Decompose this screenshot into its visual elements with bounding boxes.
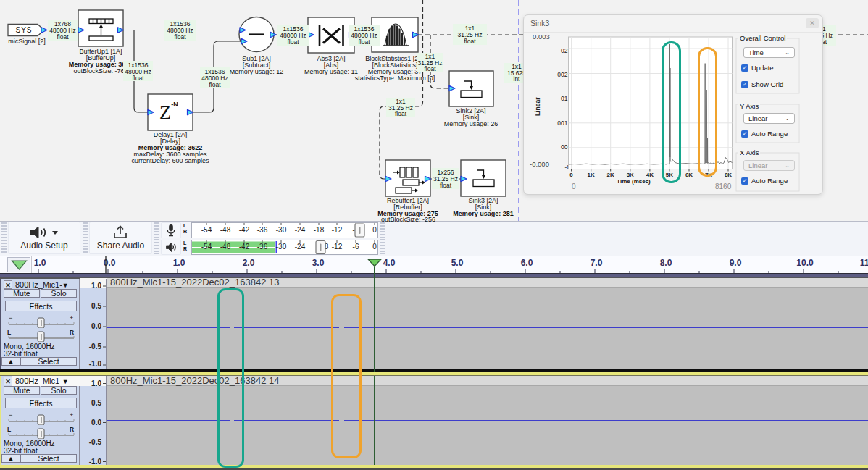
svg-text:-48: -48	[220, 243, 231, 251]
svg-text:00: 00	[561, 143, 568, 151]
svg-text:L: L	[7, 426, 11, 433]
svg-text:4.0: 4.0	[383, 258, 396, 268]
svg-text:−: −	[9, 315, 12, 322]
svg-text:5.0: 5.0	[451, 258, 464, 268]
svg-text:+: +	[70, 315, 73, 322]
svg-text:-54: -54	[201, 226, 212, 234]
svg-text:2K: 2K	[607, 172, 614, 178]
svg-text:-36: -36	[257, 243, 268, 251]
svg-text:Z: Z	[159, 102, 171, 123]
svg-text:7.0: 7.0	[591, 258, 603, 268]
svg-text:-0.5: -0.5	[89, 343, 102, 351]
svg-text:currentDelay: 600 samples: currentDelay: 600 samples	[131, 157, 209, 164]
svg-text:1K: 1K	[588, 172, 595, 178]
svg-text:R: R	[70, 426, 74, 433]
svg-text:-36: -36	[257, 226, 268, 234]
svg-text:-0.000: -0.000	[530, 160, 549, 168]
svg-text:-42: -42	[239, 226, 250, 234]
svg-text:10.0: 10.0	[796, 258, 814, 268]
svg-text:statisticsType: Maximum [0]: statisticsType: Maximum [0]	[355, 75, 435, 82]
svg-text:float: float	[424, 65, 436, 72]
svg-text:-24: -24	[295, 226, 306, 234]
svg-text:-6: -6	[353, 243, 359, 251]
svg-text:002: 002	[557, 71, 567, 78]
svg-text:-0.5: -0.5	[89, 438, 102, 446]
svg-text:-12: -12	[332, 243, 343, 251]
svg-text:0: 0	[372, 243, 377, 251]
svg-text:-48: -48	[220, 226, 231, 234]
svg-text:+: +	[70, 412, 73, 419]
svg-text:02: 02	[561, 47, 568, 54]
svg-text:-12: -12	[332, 226, 343, 234]
svg-text:8.0: 8.0	[660, 258, 672, 268]
svg-text:Time (msec): Time (msec)	[617, 178, 651, 185]
svg-text:R: R	[70, 329, 74, 336]
svg-text:3.0: 3.0	[312, 258, 325, 268]
svg-text:8K: 8K	[725, 172, 732, 178]
svg-text:float: float	[395, 110, 407, 117]
svg-text:L: L	[7, 329, 11, 336]
svg-text:0.003: 0.003	[533, 33, 550, 41]
svg-text:-18: -18	[314, 226, 325, 234]
svg-text:-N: -N	[171, 101, 178, 108]
svg-text:Memory usage: 12: Memory usage: 12	[230, 68, 284, 75]
svg-text:2.0: 2.0	[243, 258, 255, 268]
svg-text:-42: -42	[239, 243, 250, 251]
svg-text:Memory usage: 26: Memory usage: 26	[444, 120, 498, 127]
svg-text:int: int	[514, 75, 521, 83]
svg-text:micSignal [2]: micSignal [2]	[8, 38, 46, 45]
svg-text:float: float	[358, 38, 370, 46]
svg-text:float: float	[440, 182, 452, 189]
svg-text:-1.0: -1.0	[89, 360, 102, 368]
svg-text:outBlockSize: -768: outBlockSize: -768	[73, 67, 128, 75]
svg-text:Linear: Linear	[534, 97, 541, 116]
svg-text:-24: -24	[295, 243, 306, 251]
svg-text:float: float	[132, 75, 144, 82]
svg-text:01: 01	[561, 95, 568, 102]
svg-text:0: 0	[572, 182, 576, 190]
svg-text:0.5: 0.5	[91, 399, 101, 407]
svg-text:float: float	[287, 38, 299, 46]
svg-text:0.0: 0.0	[104, 258, 116, 268]
svg-text:001: 001	[557, 119, 567, 127]
svg-text:-54: -54	[201, 243, 212, 251]
svg-text:-30: -30	[276, 243, 287, 251]
svg-text:-1.0: -1.0	[89, 458, 102, 466]
svg-text:1.0: 1.0	[91, 379, 101, 387]
svg-text:8160: 8160	[715, 182, 732, 190]
svg-text:float: float	[209, 81, 221, 88]
svg-text:1.0: 1.0	[34, 258, 46, 268]
svg-text:0.0: 0.0	[91, 419, 101, 427]
svg-text:float: float	[174, 33, 186, 41]
svg-text:1.0: 1.0	[173, 258, 185, 268]
svg-text:float: float	[57, 33, 69, 41]
svg-text:6.0: 6.0	[521, 258, 533, 268]
svg-text:0.0: 0.0	[91, 322, 101, 330]
svg-text:6K: 6K	[685, 172, 693, 178]
svg-text:SYS: SYS	[15, 26, 32, 34]
svg-text:Memory usage: 11: Memory usage: 11	[304, 68, 358, 75]
svg-text:11: 11	[860, 258, 868, 268]
svg-text:0: 0	[372, 226, 377, 234]
svg-text:0.5: 0.5	[91, 302, 101, 310]
svg-text:-30: -30	[276, 226, 287, 234]
svg-text:float: float	[464, 38, 476, 45]
svg-text:0: 0	[569, 172, 573, 178]
svg-text:1.0: 1.0	[91, 282, 101, 290]
svg-text:9.0: 9.0	[730, 258, 742, 268]
svg-text:−: −	[9, 412, 12, 419]
